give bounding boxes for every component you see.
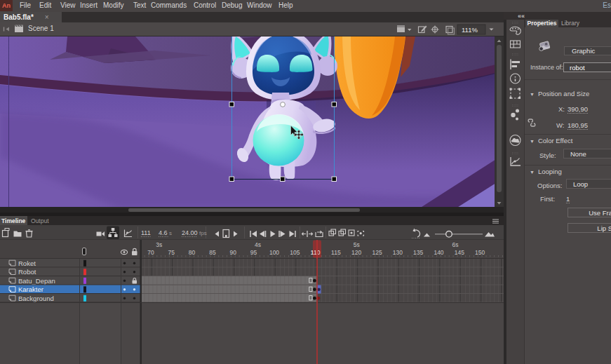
svg-text:125: 125 (372, 249, 382, 256)
svg-text:95: 95 (250, 249, 257, 256)
svg-text:110: 110 (311, 249, 321, 256)
svg-text:Background: Background (18, 295, 54, 302)
svg-text:111%: 111% (462, 26, 478, 34)
svg-text:5s: 5s (354, 241, 360, 248)
svg-text:Robot: Robot (18, 268, 36, 276)
svg-text:4s: 4s (255, 241, 261, 248)
svg-text:100: 100 (269, 249, 279, 256)
svg-text:24.00 fps: 24.00 fps (182, 229, 207, 236)
svg-text:90: 90 (230, 249, 237, 256)
svg-text:Karakter: Karakter (18, 285, 43, 293)
svg-text:4.6 s: 4.6 s (159, 229, 172, 236)
svg-text:120: 120 (351, 249, 361, 256)
svg-text:Timeline: Timeline (1, 217, 26, 224)
svg-text:85: 85 (209, 249, 216, 256)
svg-text:3s: 3s (156, 241, 162, 248)
svg-text:75: 75 (168, 249, 175, 256)
svg-text:80: 80 (189, 249, 196, 256)
svg-text:Output: Output (31, 217, 49, 224)
svg-text:115: 115 (331, 249, 341, 256)
svg-text:111: 111 (141, 229, 151, 236)
svg-text:130: 130 (393, 249, 403, 256)
svg-text:Roket: Roket (18, 259, 36, 267)
svg-text:70: 70 (147, 249, 154, 256)
svg-text:145: 145 (455, 249, 464, 256)
svg-text:150: 150 (475, 249, 485, 256)
svg-text:Batu_Depan: Batu_Depan (18, 277, 55, 285)
svg-text:135: 135 (413, 249, 423, 256)
svg-text:6s: 6s (452, 241, 459, 248)
svg-text:105: 105 (290, 249, 300, 256)
svg-text:140: 140 (434, 249, 443, 256)
